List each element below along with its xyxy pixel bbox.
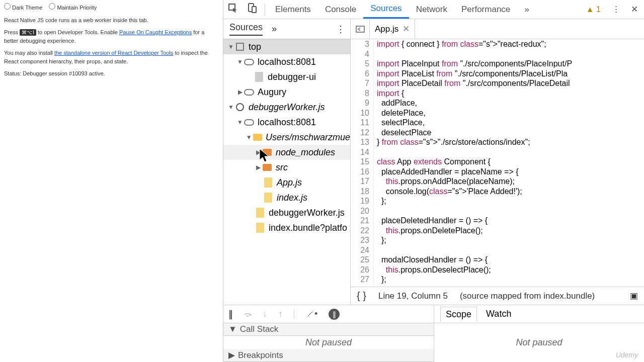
sources-subtab[interactable]: Sources xyxy=(229,22,263,36)
pause-on-exceptions-icon[interactable]: ∥ xyxy=(329,309,340,320)
code-editor[interactable]: import { connect } from class="s">"react… xyxy=(374,39,644,287)
breakpoints-header[interactable]: ▶Breakpoints xyxy=(223,349,434,362)
inspect-icon[interactable] xyxy=(223,3,243,16)
scope-tab[interactable]: Scope xyxy=(440,307,477,322)
tree-file[interactable]: debuggerWorker.js xyxy=(223,205,350,220)
tab-elements[interactable]: Elements xyxy=(268,0,318,19)
standalone-devtools-link[interactable]: the standalone version of React Develope… xyxy=(54,50,173,56)
debugger-toolbar: ∥ ⤼ ↓ ↑ ⟋• ∥ xyxy=(223,305,434,323)
tree-top[interactable]: ▼top xyxy=(223,39,350,54)
cursor-position: Line 19, Column 5 xyxy=(378,291,448,301)
navigator-pane: Sources » ⋮ ▼top ▼localhost:8081 debugge… xyxy=(223,19,351,305)
info-text: React Native JS code runs as a web worke… xyxy=(4,16,219,25)
tree-file[interactable]: debugger-ui xyxy=(223,69,350,84)
mouse-cursor-icon xyxy=(259,148,271,163)
tree-file[interactable]: index.bundle?platfo xyxy=(223,220,350,235)
tree-host[interactable]: ▼localhost:8081 xyxy=(223,115,350,130)
maintain-priority-toggle[interactable]: Maintain Priority xyxy=(49,5,97,11)
debugger-left-pane: ∥ ⤼ ↓ ↑ ⟋• ∥ ▼Call Stack Not paused ▶Bre… xyxy=(223,305,434,362)
tree-file-indexjs[interactable]: index.js xyxy=(223,190,350,205)
dark-theme-toggle[interactable]: Dark Theme xyxy=(4,5,42,11)
tree-host[interactable]: ▼localhost:8081 xyxy=(223,54,350,69)
tab-network[interactable]: Network xyxy=(409,0,454,19)
info-text: Press ⌘⌥I to open Developer Tools. Enabl… xyxy=(4,28,219,45)
step-into-icon[interactable]: ↓ xyxy=(263,309,267,319)
more-subtabs-icon[interactable]: » xyxy=(272,24,277,34)
line-gutter: 3456789101112131415161718192021222324252… xyxy=(351,39,374,287)
tree-folder[interactable]: ▼Users/mschwarzmue xyxy=(223,130,350,145)
file-tab-appjs[interactable]: App.js✕ xyxy=(370,19,415,39)
step-over-icon[interactable]: ⤼ xyxy=(244,309,252,320)
keyboard-shortcut: ⌘⌥I xyxy=(20,29,36,36)
svg-rect-2 xyxy=(252,7,256,13)
watermark: Udemy xyxy=(616,351,638,359)
call-stack-body: Not paused xyxy=(223,336,434,349)
editor-pane: App.js✕ 34567891011121314151617181920212… xyxy=(351,19,644,305)
source-map-info: (source mapped from index.bundle) xyxy=(460,291,595,301)
warnings-badge[interactable]: ▲ 1 xyxy=(586,5,601,14)
file-tree: ▼top ▼localhost:8081 debugger-ui ▶Augury… xyxy=(223,39,350,305)
scope-body: Not paused xyxy=(434,323,644,362)
session-status: Status: Debugger session #10093 active. xyxy=(4,69,219,78)
more-tabs-icon[interactable]: » xyxy=(517,5,536,15)
devtools-panel: Elements Console Sources Network Perform… xyxy=(223,0,644,362)
kebab-menu-icon[interactable]: ⋮ xyxy=(606,4,625,15)
expand-icon[interactable]: ▣ xyxy=(630,291,638,301)
close-icon[interactable]: ✕ xyxy=(625,4,644,15)
nav-back-icon[interactable] xyxy=(351,19,370,39)
navigator-menu-icon[interactable]: ⋮ xyxy=(336,24,344,35)
call-stack-header[interactable]: ▼Call Stack xyxy=(223,323,434,336)
tab-sources[interactable]: Sources xyxy=(363,0,409,19)
tree-augury[interactable]: ▶Augury xyxy=(223,84,350,100)
pause-icon[interactable]: ∥ xyxy=(228,309,233,320)
deactivate-breakpoints-icon[interactable]: ⟋• xyxy=(305,309,317,319)
debugger-page: Dark Theme Maintain Priority React Nativ… xyxy=(0,0,223,362)
tab-console[interactable]: Console xyxy=(318,0,363,19)
devtools-tabstrip: Elements Console Sources Network Perform… xyxy=(223,0,644,19)
close-tab-icon[interactable]: ✕ xyxy=(403,24,410,34)
pretty-print-icon[interactable]: { } xyxy=(357,290,366,302)
info-text: You may also install the standalone vers… xyxy=(4,49,219,65)
tab-performance[interactable]: Performance xyxy=(454,0,517,19)
device-icon[interactable] xyxy=(243,3,262,16)
tree-file-appjs[interactable]: App.js xyxy=(223,175,350,190)
tree-worker-context[interactable]: ▼debuggerWorker.js xyxy=(223,100,350,115)
debugger-right-pane: Scope Watch Not paused xyxy=(434,305,644,362)
tree-folder-node-modules[interactable]: ▶node_modules xyxy=(223,145,350,160)
step-out-icon[interactable]: ↑ xyxy=(278,309,283,319)
editor-status-bar: { } Line 19, Column 5 (source mapped fro… xyxy=(351,287,644,305)
pause-exceptions-link[interactable]: Pause On Caught Exceptions xyxy=(119,29,192,35)
watch-tab[interactable]: Watch xyxy=(486,309,511,319)
tree-folder-src[interactable]: ▶src xyxy=(223,160,350,175)
